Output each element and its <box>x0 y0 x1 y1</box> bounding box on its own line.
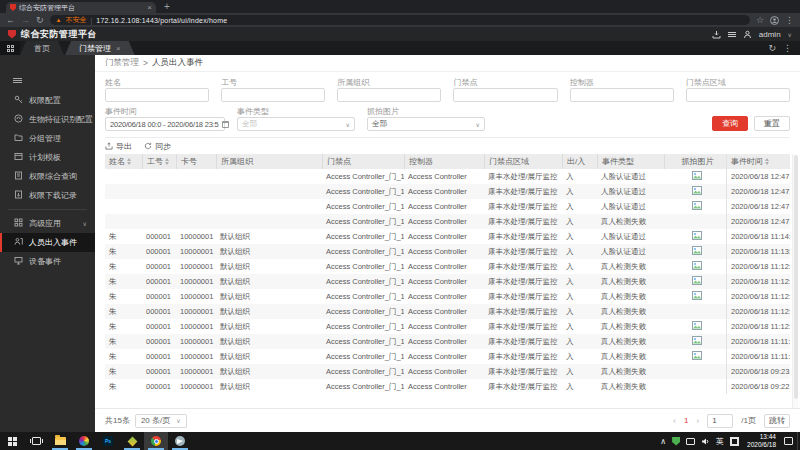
column-header-access-point[interactable]: 门禁点 <box>322 154 404 169</box>
table-row[interactable]: Access Controller_门_1Access Controller康丰… <box>105 184 790 199</box>
broken-image-icon[interactable] <box>692 201 702 212</box>
ime-language-indicator[interactable]: 英 <box>716 436 724 447</box>
forward-icon[interactable]: → <box>21 15 30 25</box>
current-page[interactable]: 1 <box>684 416 688 425</box>
scrollbar-thumb[interactable] <box>794 155 798 399</box>
chrome-button[interactable] <box>144 432 168 450</box>
column-header-name[interactable]: 姓名 <box>105 154 142 169</box>
messenger-app-button[interactable] <box>168 432 192 450</box>
sync-button[interactable]: 同步 <box>144 141 171 152</box>
antivirus-shield-icon[interactable] <box>672 437 680 446</box>
volume-icon[interactable] <box>701 437 710 446</box>
user-icon[interactable] <box>743 30 752 39</box>
page-size-select[interactable]: 20 条/页 ∨ <box>135 414 187 428</box>
reload-icon[interactable]: ↻ <box>36 15 44 25</box>
refresh-icon[interactable]: ↻ <box>768 43 776 53</box>
broken-image-icon[interactable] <box>692 336 702 347</box>
browser-menu-icon[interactable]: ⋮ <box>785 15 794 25</box>
user-name[interactable]: admin <box>759 30 781 39</box>
filter-input[interactable] <box>570 88 674 102</box>
cell-captured-picture[interactable] <box>664 349 726 364</box>
action-center-icon[interactable] <box>784 437 793 445</box>
back-icon[interactable]: ← <box>6 15 15 25</box>
broken-image-icon[interactable] <box>692 321 702 332</box>
sidebar-collapse-icon[interactable] <box>0 61 95 91</box>
file-explorer-button[interactable] <box>48 432 72 450</box>
table-row[interactable]: Access Controller_门_1Access Controller康丰… <box>105 169 790 184</box>
table-row[interactable]: 朱00000110000001默认组织Access Controller_门_1… <box>105 304 790 319</box>
table-row[interactable]: 朱00000110000001默认组织Access Controller_门_1… <box>105 289 790 304</box>
browser-tab[interactable]: 综合安防管理平台 × <box>6 2 156 13</box>
column-header-event-type[interactable]: 事件类型 <box>597 154 664 169</box>
broken-image-icon[interactable] <box>692 261 702 272</box>
photoshop-button[interactable]: Ps <box>96 432 120 450</box>
cell-captured-picture[interactable] <box>664 199 726 214</box>
sidebar-item-download-record[interactable]: 权限下载记录 <box>0 186 95 205</box>
cell-captured-picture[interactable] <box>664 259 726 274</box>
tab-home[interactable]: 首页 <box>20 41 64 55</box>
filter-input[interactable] <box>105 88 209 102</box>
start-button[interactable] <box>0 432 24 450</box>
user-chevron-down-icon[interactable]: ∨ <box>788 31 792 38</box>
address-bar[interactable]: ▲ 不安全 | 172.16.2.108:1443/portal/ui/inde… <box>50 15 750 25</box>
reset-button[interactable]: 重置 <box>754 116 790 131</box>
next-page-icon[interactable]: › <box>696 416 699 426</box>
column-header-in-out[interactable]: 出/入 <box>562 154 597 169</box>
page-jump-input[interactable]: 1 <box>707 414 733 428</box>
filter-input[interactable] <box>337 88 441 102</box>
filter-input[interactable] <box>453 88 557 102</box>
ime-mode-icon[interactable] <box>730 437 739 446</box>
sidebar-item-apps[interactable]: 高级应用∨ <box>0 214 95 233</box>
sort-icon[interactable] <box>765 158 769 165</box>
cell-captured-picture[interactable] <box>664 289 726 304</box>
cell-captured-picture[interactable] <box>664 274 726 289</box>
column-header-access-area[interactable]: 门禁点区域 <box>484 154 562 169</box>
column-header-controller[interactable]: 控制器 <box>404 154 484 169</box>
table-row[interactable]: 朱00000110000001默认组织Access Controller_门_1… <box>105 259 790 274</box>
column-header-organization[interactable]: 所属组织 <box>216 154 322 169</box>
table-row[interactable]: 朱00000110000001默认组织Access Controller_门_1… <box>105 244 790 259</box>
prev-page-icon[interactable]: ‹ <box>673 416 676 426</box>
display-tray-icon[interactable] <box>686 438 695 445</box>
tray-expand-icon[interactable]: ∧ <box>660 437 666 446</box>
broken-image-icon[interactable] <box>692 171 702 182</box>
tab-access-control[interactable]: 门禁管理 × <box>65 41 135 55</box>
sidebar-item-template[interactable]: 计划模板 <box>0 148 95 167</box>
event-type-select[interactable]: 全部 ∨ <box>237 117 355 131</box>
download-client-icon[interactable] <box>712 30 721 39</box>
export-button[interactable]: 导出 <box>105 141 132 152</box>
broken-image-icon[interactable] <box>692 276 702 287</box>
table-row[interactable]: Access Controller_门_1Access Controller康丰… <box>105 199 790 214</box>
tab-more-icon[interactable]: ⋮ <box>783 43 792 53</box>
tab-close-icon[interactable]: × <box>147 4 152 12</box>
broken-image-icon[interactable] <box>692 186 702 197</box>
sidebar-item-key[interactable]: 权限配置 <box>0 91 95 110</box>
profile-avatar-icon[interactable] <box>770 16 779 25</box>
column-header-card-no[interactable]: 卡号 <box>176 154 216 169</box>
list-menu-icon[interactable] <box>728 32 736 37</box>
capture-picture-select[interactable]: 全部 ∨ <box>367 117 485 131</box>
table-row[interactable]: 朱00000110000001默认组织Access Controller_门_1… <box>105 274 790 289</box>
sidebar-item-person-event[interactable]: 人员出入事件 <box>0 233 95 252</box>
cell-captured-picture[interactable] <box>664 244 726 259</box>
taskbar-clock[interactable]: 13:44 2020/6/18 <box>745 433 778 449</box>
breadcrumb-parent[interactable]: 门禁管理 <box>105 57 139 69</box>
jump-button[interactable]: 跳转 <box>764 414 790 428</box>
table-row[interactable]: 朱00000110000001默认组织Access Controller_门_1… <box>105 229 790 244</box>
new-tab-button[interactable]: + <box>164 1 170 12</box>
table-row[interactable]: 朱00000110000001默认组织Access Controller_门_1… <box>105 364 790 379</box>
table-scrollbar[interactable] <box>792 154 798 408</box>
event-time-input[interactable]: 2020/06/18 00:0 - 2020/06/18 23:5 <box>105 117 225 131</box>
module-grid-icon[interactable] <box>0 41 20 55</box>
broken-image-icon[interactable] <box>692 231 702 242</box>
broken-image-icon[interactable] <box>692 291 702 302</box>
cell-captured-picture[interactable] <box>664 319 726 334</box>
broken-image-icon[interactable] <box>692 246 702 257</box>
color-wheel-app-button[interactable] <box>72 432 96 450</box>
column-header-event-time[interactable]: 事件时间 <box>726 154 790 169</box>
filter-input[interactable] <box>686 88 790 102</box>
sidebar-item-device-event[interactable]: 设备事件 <box>0 252 95 271</box>
cell-captured-picture[interactable] <box>664 229 726 244</box>
sidebar-item-biometric[interactable]: 生物特征识别配置 <box>0 110 95 129</box>
sort-icon[interactable] <box>165 158 169 165</box>
